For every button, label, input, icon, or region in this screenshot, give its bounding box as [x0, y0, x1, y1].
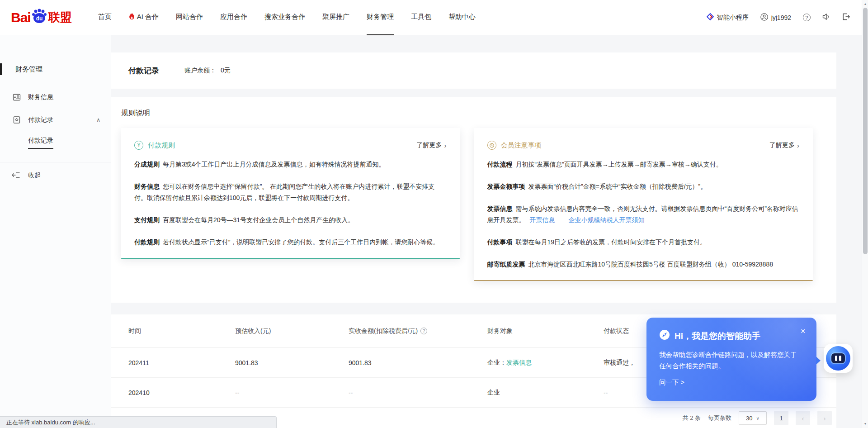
rule-paragraph: 支付规则百度联盟会在每月20号—31号支付企业会员上个自然月产生的收入。	[134, 214, 447, 226]
main-nav: 首页 AI 合作 网站合作 应用合作 搜索业务合作 聚屏推广 财务管理 工具包 …	[98, 0, 476, 35]
rule-paragraph: 付款流程月初按“发票信息”页面开具发票→上传发票→邮寄发票→审核→确认支付。	[487, 159, 800, 170]
rule-paragraph: 付款事项联盟在每月19日之后签收的发票，付款时间安排在下个月首批支付。	[487, 237, 800, 248]
sidebar-section-finance: 财务管理	[0, 63, 111, 75]
user-account[interactable]: jyj1992	[760, 13, 791, 22]
scroll-down-button[interactable]: ▼	[862, 420, 868, 427]
user-icon	[760, 13, 768, 22]
nav-toolkit[interactable]: 工具包	[411, 0, 431, 35]
received-amount-help-icon[interactable]: ?	[420, 328, 427, 334]
popup-arrow	[816, 357, 821, 365]
payment-rules-coin-icon: ¥	[134, 141, 143, 150]
nav-website-cooperation[interactable]: 网站合作	[176, 0, 203, 35]
nav-search-business[interactable]: 搜索业务合作	[264, 0, 305, 35]
assistant-popup: Hi，我是您的智能助手 ✕ 我会帮助您诊断合作链路问题，以及解答您关于任何合作相…	[646, 318, 816, 401]
baidu-paw-icon: du	[31, 8, 47, 25]
sidebar-item-finance-info[interactable]: 财务信息	[0, 86, 111, 109]
member-notice-learn-more[interactable]: 了解更多 ›	[769, 141, 799, 149]
chevron-up-icon[interactable]: ∧	[96, 117, 100, 123]
small-taxpayer-notice-link[interactable]: 企业小规模纳税人开票须知	[569, 216, 645, 224]
nav-app-cooperation[interactable]: 应用合作	[220, 0, 247, 35]
member-notice-title: 会员注意事项	[501, 141, 542, 150]
cell-received: --	[349, 389, 487, 396]
assistant-robot-avatar[interactable]	[824, 344, 853, 373]
rule-paragraph: 付款规则若付款状态显示“已支付”，说明联盟已安排了您的付款。支付后三个工作日内到…	[134, 237, 447, 248]
chevron-right-icon: ›	[444, 142, 447, 149]
per-page-select[interactable]: 30 ∨	[739, 411, 767, 425]
next-page-button[interactable]: ›	[817, 411, 832, 425]
col-header-finance-object: 财务对象	[487, 327, 604, 335]
balance-label: 账户余额：	[184, 67, 216, 75]
cell-estimated: --	[235, 389, 349, 396]
payment-rules-card-header: ¥ 付款规则 了解更多 ›	[134, 141, 447, 150]
cell-time: 202410	[128, 389, 235, 396]
flame-icon	[129, 13, 135, 21]
page-header-panel: 付款记录 账户余额： 0元	[111, 52, 836, 89]
chevron-right-icon: ›	[797, 142, 799, 149]
member-notice-card: 会员注意事项 了解更多 › 付款流程月初按“发票信息”页面开具发票→上传发票→邮…	[474, 128, 813, 281]
assistant-compass-icon	[659, 329, 670, 342]
nav-help-center[interactable]: 帮助中心	[448, 0, 476, 35]
nav-finance-management[interactable]: 财务管理	[367, 0, 394, 35]
invoice-info-cell-link[interactable]: 发票信息	[506, 359, 532, 366]
ask-now-link[interactable]: 问一下 >	[659, 378, 684, 387]
dropdown-arrow-icon: ∨	[756, 416, 760, 421]
rules-panel: 规则说明 ¥ 付款规则 了解更多 › 分成规则每月第3或4个工作日产出上月分成信…	[111, 97, 836, 303]
invoice-info-link[interactable]: 开票信息	[530, 216, 555, 224]
scrollbar-thumb[interactable]	[863, 8, 868, 254]
page-title: 付款记录	[128, 66, 159, 76]
close-icon[interactable]: ✕	[800, 328, 806, 335]
robot-face-icon	[826, 346, 850, 371]
cell-finance-object: 企业：发票信息	[487, 359, 604, 367]
logout-icon[interactable]	[842, 13, 850, 22]
prev-page-button[interactable]: ‹	[796, 411, 810, 425]
rule-paragraph: 发票信息需与系统内发票信息内容完全一致，否则无法支付。请根据发票信息页面中“百度…	[487, 203, 800, 226]
col-header-time: 时间	[128, 327, 235, 335]
member-notice-bell-icon	[487, 141, 496, 150]
rules-cards: ¥ 付款规则 了解更多 › 分成规则每月第3或4个工作日产出上月分成信息及发票信…	[121, 128, 813, 281]
rule-paragraph: 发票金额事项发票票面“价税合计”金额=系统中“实收金额（扣除税费后/元）”。	[487, 181, 800, 192]
rule-paragraph: 财务信息您可以在财务信息中选择“保留付款”。 在此期间您产生的收入将在账户内进行…	[134, 181, 447, 204]
payment-rules-learn-more[interactable]: 了解更多 ›	[417, 141, 447, 149]
assistant-popup-body: 我会帮助您诊断合作链路问题，以及解答您关于任何合作相关的问题。	[659, 349, 802, 372]
topnav-right-tools: 智能小程序 jyj1992 ?	[707, 13, 850, 22]
rule-paragraph: 分成规则每月第3或4个工作日产出上月分成信息及发票信息，如有特殊情况将提前通知。	[134, 159, 447, 170]
sidebar-item-payment-record[interactable]: 付款记录 ∧	[0, 109, 111, 131]
nav-ai-cooperation[interactable]: AI 合作	[129, 0, 159, 35]
col-header-received-amount: 实收金额(扣除税费后/元) ?	[349, 327, 487, 335]
per-page-label: 每页条数	[708, 414, 731, 422]
vertical-scrollbar[interactable]: ▲ ▼	[862, 0, 868, 428]
rules-section-title: 规则说明	[121, 109, 813, 118]
pagination: 共 2 条 每页条数 30 ∨ 1 ‹ ›	[683, 411, 832, 425]
sidebar: 财务管理 财务信息 付款记录 ∧ 付款记录 收起	[0, 35, 111, 428]
page-number-button[interactable]: 1	[774, 411, 788, 425]
logo-text-bai: Bai	[11, 10, 31, 25]
scroll-up-button[interactable]: ▲	[862, 0, 868, 7]
collapse-arrow-icon	[12, 171, 20, 180]
browser-status-bar: 正在等待 xlab.baidu.com 的响应...	[0, 416, 277, 428]
sidebar-subitem-payment-record[interactable]: 付款记录	[0, 131, 111, 154]
cell-time: 202411	[128, 359, 235, 366]
miniprogram-diamond-icon	[707, 13, 714, 22]
rule-paragraph: 邮寄纸质发票北京市海淀区西北旺东路10号院百度科技园5号楼 百度联盟财务组（收）…	[487, 259, 800, 270]
payment-record-icon	[13, 116, 21, 124]
smart-miniprogram-entry[interactable]: 智能小程序	[707, 13, 749, 22]
col-header-estimated-income: 预估收入(元)	[235, 327, 349, 335]
nav-screen-promotion[interactable]: 聚屏推广	[322, 0, 349, 35]
payment-rules-card: ¥ 付款规则 了解更多 › 分成规则每月第3或4个工作日产出上月分成信息及发票信…	[121, 128, 460, 259]
cell-received: 9001.83	[349, 359, 487, 366]
help-icon[interactable]: ?	[803, 14, 811, 21]
nav-home[interactable]: 首页	[98, 0, 112, 35]
svg-text:du: du	[36, 15, 42, 22]
assistant-popup-header: Hi，我是您的智能助手	[659, 329, 804, 342]
cell-estimated: 9001.83	[235, 359, 349, 366]
logo-text-union: 联盟	[48, 10, 72, 25]
sound-icon[interactable]	[822, 13, 830, 22]
baidu-union-logo[interactable]: Bai du 联盟	[11, 9, 72, 26]
top-navbar: Bai du 联盟 首页 AI 合作 网站合作 应用合作 搜索业务合作 聚屏推广	[0, 0, 868, 35]
pagination-total: 共 2 条	[683, 414, 701, 422]
sidebar-collapse-button[interactable]: 收起	[0, 162, 111, 189]
payment-rules-title: 付款规则	[148, 141, 175, 150]
assistant-popup-title: Hi，我是您的智能助手	[675, 330, 760, 342]
member-notice-card-header: 会员注意事项 了解更多 ›	[487, 141, 800, 150]
finance-info-icon	[13, 93, 21, 101]
